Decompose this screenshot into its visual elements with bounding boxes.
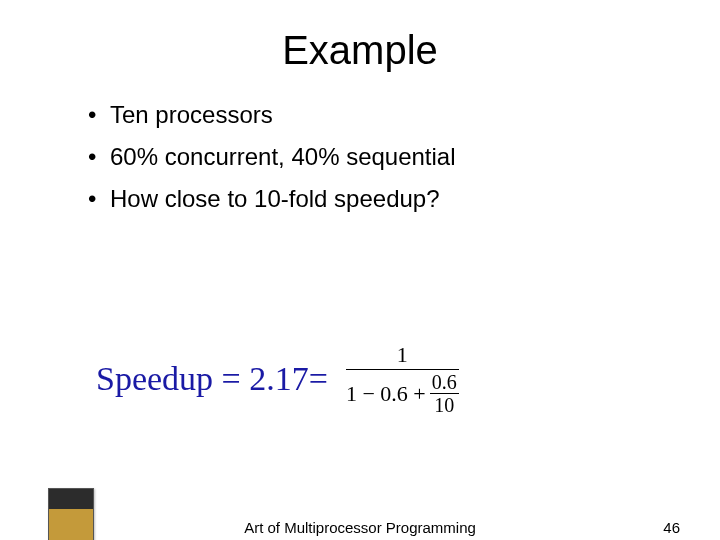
footer-caption: Art of Multiprocessor Programming	[244, 519, 476, 536]
inner-fraction: 0.6 10	[430, 372, 459, 415]
page-number: 46	[663, 519, 680, 536]
list-item: 60% concurrent, 40% sequential	[88, 139, 720, 175]
footer: Art of Multiprocessor Programming 46	[0, 506, 720, 540]
slide: Example Ten processors 60% concurrent, 4…	[0, 28, 720, 540]
bullet-list: Ten processors 60% concurrent, 40% seque…	[48, 97, 720, 217]
fraction-numerator: 1	[387, 343, 418, 369]
inner-numerator: 0.6	[430, 372, 459, 393]
denominator-prefix: 1 − 0.6 +	[346, 382, 426, 406]
list-item: Ten processors	[88, 97, 720, 133]
formula: Speedup = 2.17= 1 1 − 0.6 + 0.6 10	[96, 343, 459, 415]
slide-title: Example	[0, 28, 720, 73]
book-thumbnail	[48, 488, 94, 540]
formula-lhs: Speedup = 2.17=	[96, 360, 328, 398]
list-item: How close to 10-fold speedup?	[88, 181, 720, 217]
fraction-denominator: 1 − 0.6 + 0.6 10	[346, 370, 459, 415]
inner-denominator: 10	[434, 394, 454, 415]
fraction-main: 1 1 − 0.6 + 0.6 10	[346, 343, 459, 415]
